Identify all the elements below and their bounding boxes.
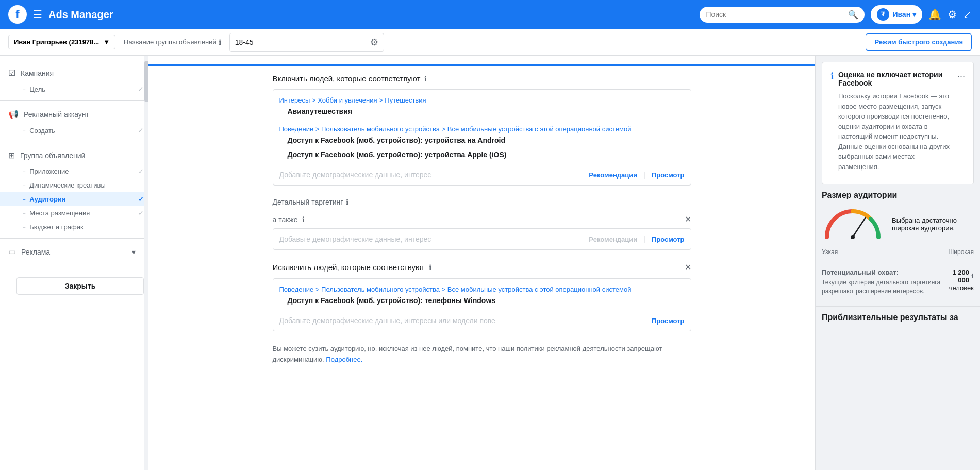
- ad-group-icon: ⊞: [8, 150, 15, 160]
- user-menu-button[interactable]: ₮ Иван ▾: [871, 5, 922, 24]
- bell-icon[interactable]: 🔔: [928, 8, 941, 21]
- also-add-actions: Рекомендации | Просмотр: [589, 235, 684, 243]
- include-add-input[interactable]: [279, 171, 589, 179]
- content-inner: Включить людей, которые соответствуют ℹ …: [260, 74, 704, 365]
- sidebar-child-goal[interactable]: └ Цель ✓: [0, 82, 144, 96]
- exclude-breadcrumb[interactable]: Поведение > Пользователь мобильного устр…: [279, 286, 632, 293]
- recommendations-link[interactable]: Рекомендации: [589, 171, 637, 179]
- campaign-icon: ☑: [8, 68, 15, 78]
- chevron-down-icon: ▼: [103, 38, 110, 46]
- exclude-targeting-box: Поведение > Пользователь мобильного устр…: [273, 278, 691, 331]
- also-targeting-box: Рекомендации | Просмотр: [273, 228, 691, 250]
- info-card-header: ℹ Оценка не включает истории Facebook По…: [830, 71, 965, 172]
- sidebar-ad-label: Реклама: [21, 248, 127, 256]
- close-button[interactable]: Закрыть: [16, 277, 144, 295]
- scrollbar-thumb[interactable]: [144, 61, 148, 102]
- right-panel: ℹ Оценка не включает истории Facebook По…: [815, 56, 980, 470]
- tag2-container: Поведение > Пользователь мобильного устр…: [279, 125, 685, 133]
- audience-check-icon: ✓: [138, 195, 144, 203]
- panel-dots-icon[interactable]: ···: [957, 71, 965, 81]
- sidebar-divider-1: [0, 100, 144, 101]
- also-header: а также ℹ ✕: [273, 214, 691, 224]
- exclude-item: Доступ к Facebook (моб. устройство): тел…: [279, 293, 685, 308]
- include-title: Включить людей, которые соответствуют: [273, 74, 421, 83]
- info-card-title: Оценка не включает истории Facebook: [838, 71, 953, 87]
- sidebar-child-placements[interactable]: └ Места размещения ✓: [0, 206, 144, 220]
- sidebar-item-ad-account[interactable]: 📢 Рекламный аккаунт: [0, 105, 144, 123]
- gauge-chart: [822, 206, 884, 242]
- sidebar-divider-3: [0, 238, 144, 239]
- also-label: а также: [273, 215, 298, 224]
- footer-text: Вы можете сузить аудиторию, но, исключая…: [273, 344, 691, 365]
- sidebar-item-ad[interactable]: ▭ Реклама ▾: [0, 243, 144, 261]
- quick-create-button[interactable]: Режим быстрого создания: [866, 33, 972, 51]
- sidebar-item-campaign[interactable]: ☑ Кампания: [0, 64, 144, 82]
- progress-bar: [148, 64, 815, 66]
- include-section: Включить людей, которые соответствуют ℹ …: [273, 74, 691, 186]
- also-recommendations-link: Рекомендации: [589, 236, 637, 243]
- sidebar-ad-account-label: Рекламный аккаунт: [24, 110, 136, 119]
- nav-right: ₮ Иван ▾ 🔔 ⚙ ⤢: [871, 5, 972, 24]
- also-info-icon[interactable]: ℹ: [302, 215, 305, 224]
- account-selector[interactable]: Иван Григорьев (231978... ▼: [8, 35, 115, 49]
- tag2-item1: Доступ к Facebook (моб. устройство): уст…: [279, 133, 685, 147]
- reach-unit: человек: [949, 284, 974, 292]
- ad-group-name-input[interactable]: 18-45 ⚙: [229, 33, 384, 52]
- sidebar-child-create[interactable]: └ Создать ✓: [0, 123, 144, 138]
- exclude-close-button[interactable]: ✕: [685, 262, 691, 272]
- browse-link[interactable]: Просмотр: [652, 171, 685, 179]
- sidebar-item-ad-group[interactable]: ⊞ Группа объявлений: [0, 146, 144, 164]
- scrollbar-track[interactable]: [144, 56, 148, 470]
- detail-targeting-row: Детальный таргетинг ℹ: [273, 198, 691, 206]
- create-check-icon: ✓: [138, 126, 144, 135]
- audience-section: Размер аудитории Выбрана достаточно: [816, 191, 980, 262]
- ad-group-name-label: Название группы объявлений ℹ: [124, 38, 221, 46]
- search-box: 🔍: [700, 7, 865, 23]
- expand-icon[interactable]: ⤢: [963, 8, 972, 21]
- gauge-labels: Узкая Широкая: [822, 248, 974, 256]
- reach-info-icon[interactable]: ℹ: [971, 273, 974, 280]
- search-input[interactable]: [706, 10, 844, 19]
- top-nav: f ☰ Ads Manager 🔍 ₮ Иван ▾ 🔔 ⚙ ⤢: [0, 0, 980, 29]
- include-add-field: Рекомендации | Просмотр: [279, 166, 685, 179]
- results-section: Приблизительные результаты за: [816, 306, 980, 328]
- app-title: Ads Manager: [48, 9, 693, 21]
- close-btn-container: Закрыть: [0, 261, 144, 311]
- hamburger-icon[interactable]: ☰: [33, 8, 42, 21]
- gauge-container: Выбрана достаточно широкая аудитория.: [822, 206, 974, 242]
- include-info-icon[interactable]: ℹ: [424, 75, 427, 83]
- svg-line-0: [853, 217, 866, 237]
- reach-label: Потенциальный охват:: [822, 268, 949, 276]
- include-targeting-box: Интересы > Хобби и увлечения > Путешеств…: [273, 89, 691, 186]
- placements-check-icon: ✓: [138, 209, 144, 217]
- field-info-icon[interactable]: ℹ: [219, 38, 221, 46]
- include-add-actions: Рекомендации | Просмотр: [589, 171, 684, 179]
- also-add-input[interactable]: [279, 235, 589, 243]
- sidebar-child-audience[interactable]: └ Аудитория ✓: [0, 192, 144, 206]
- content-area: Включить людей, которые соответствуют ℹ …: [148, 56, 815, 470]
- sidebar-campaign-label: Кампания: [21, 69, 136, 77]
- also-add-field: Рекомендации | Просмотр: [279, 235, 685, 243]
- exclude-browse-link[interactable]: Просмотр: [652, 317, 685, 325]
- exclude-add-input[interactable]: [279, 316, 652, 325]
- tag1-item: Авиапутешествия: [279, 104, 685, 119]
- detail-targeting-label: Детальный таргетинг: [273, 198, 343, 206]
- gear-icon[interactable]: ⚙: [948, 8, 957, 21]
- sidebar: ☑ Кампания └ Цель ✓ 📢 Рекламный аккаунт …: [0, 56, 144, 470]
- gauge-text: Выбрана достаточно широкая аудитория.: [892, 216, 974, 232]
- include-header: Включить людей, которые соответствуют ℹ: [273, 74, 691, 83]
- also-close-button[interactable]: ✕: [685, 214, 691, 224]
- sidebar-child-app[interactable]: └ Приложение ✓: [0, 164, 144, 178]
- ad-account-icon: 📢: [8, 109, 19, 119]
- reach-value: 1 200 000: [949, 268, 969, 284]
- exclude-info-icon[interactable]: ℹ: [429, 263, 431, 272]
- results-title: Приблизительные результаты за: [822, 313, 974, 322]
- footer-link[interactable]: Подробнее.: [326, 356, 362, 363]
- audience-title: Размер аудитории: [822, 191, 974, 200]
- field-settings-icon[interactable]: ⚙: [370, 37, 378, 48]
- search-icon[interactable]: 🔍: [848, 10, 858, 20]
- sidebar-child-budget[interactable]: └ Бюджет и график: [0, 220, 144, 234]
- detail-targeting-info-icon[interactable]: ℹ: [346, 198, 348, 206]
- sidebar-child-dynamic[interactable]: └ Динамические креативы: [0, 178, 144, 192]
- also-browse-link[interactable]: Просмотр: [652, 236, 685, 243]
